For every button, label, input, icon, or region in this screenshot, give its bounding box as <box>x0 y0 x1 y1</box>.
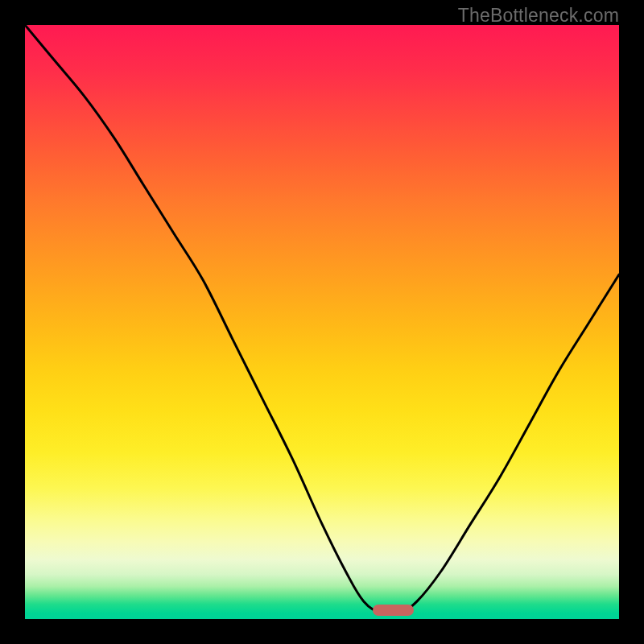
chart-frame: TheBottleneck.com <box>0 0 644 644</box>
watermark: TheBottleneck.com <box>458 5 619 27</box>
plot-area <box>25 25 619 619</box>
bottleneck-marker <box>373 605 415 616</box>
